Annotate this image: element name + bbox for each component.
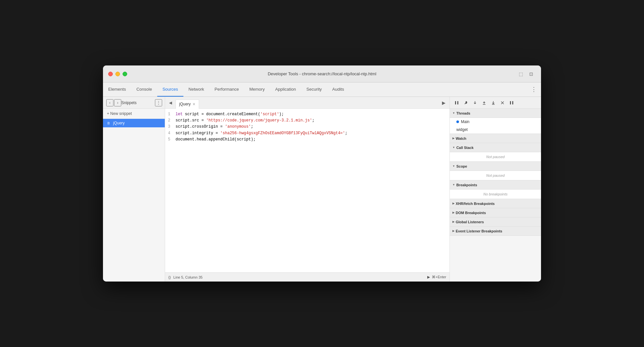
threads-title: Threads (456, 111, 470, 115)
minimize-button[interactable] (115, 72, 120, 76)
devtools-window: ⬚ ⊡ Developer Tools - chrome-search://lo… (103, 65, 541, 282)
xhr-triangle: ▶ (452, 202, 454, 205)
step-over-button[interactable] (462, 99, 470, 107)
tab-memory[interactable]: Memory (244, 82, 270, 97)
undock-icon[interactable]: ⊡ (527, 70, 536, 78)
run-shortcut: ⌘+Enter (432, 275, 446, 279)
xhr-breakpoints-title: XHR/fetch Breakpoints (456, 202, 495, 206)
sidebar-more-button[interactable]: ⋮ (155, 99, 162, 106)
global-listeners-header[interactable]: ▶ Global Listeners (450, 217, 541, 227)
svg-rect-0 (455, 101, 456, 104)
thread-main-label: Main (461, 119, 469, 124)
line-content-5: document.head.appendChild(script); (176, 137, 449, 143)
pause-on-exception-button[interactable] (507, 99, 516, 107)
sidebar-back-button[interactable]: ‹ (106, 99, 113, 106)
step-out-button[interactable] (480, 99, 488, 107)
scope-title: Scope (456, 164, 467, 168)
event-listener-breakpoints-title: Event Listener Breakpoints (456, 229, 502, 233)
line-content-3: script.crossOrigin = 'anonymous'; (176, 124, 449, 130)
close-button[interactable] (108, 72, 113, 76)
sidebar-header: ‹ › Snippets ⋮ (103, 97, 165, 109)
debug-toolbar (450, 97, 541, 109)
breakpoints-status: No breakpoints (450, 190, 541, 199)
dom-breakpoints-header[interactable]: ▶ DOM Breakpoints (450, 208, 541, 217)
tab-bar: Elements Console Sources Network Perform… (103, 82, 541, 97)
line-content-4: script.integrity = 'sha256-hwg4gsxgFZhOs… (176, 130, 449, 137)
pause-button[interactable] (452, 99, 461, 107)
new-snippet-button[interactable]: + New snippet (103, 109, 165, 119)
main-content: ‹ › Snippets ⋮ + New snippet 🗎 jQuery ◀ … (103, 97, 541, 282)
breakpoints-title: Breakpoints (456, 183, 477, 187)
code-line-5: 5 document.head.appendChild(script); (165, 137, 449, 143)
format-button[interactable]: {} (168, 275, 171, 279)
line-number-2: 2 (165, 118, 176, 124)
line-number-4: 4 (165, 130, 176, 137)
step-into-button[interactable] (471, 99, 479, 107)
code-editor[interactable]: 1 let script = document.createElement('s… (165, 109, 449, 272)
scope-triangle: ▼ (452, 165, 455, 168)
line-content-1: let script = document.createElement('scr… (176, 111, 449, 118)
tab-elements[interactable]: Elements (103, 82, 131, 97)
code-line-2: 2 script.src = 'https://code.jquery.com/… (165, 118, 449, 124)
status-bar: {} Line 5, Column 35 ▶ ⌘+Enter (165, 272, 449, 282)
xhr-breakpoints-header[interactable]: ▶ XHR/fetch Breakpoints (450, 199, 541, 208)
step-button[interactable] (489, 99, 498, 107)
run-icon: ▶ (427, 275, 430, 279)
right-panel: ▼ Threads Main widget ▶ Watch ▼ Cal (449, 97, 541, 282)
breakpoints-content: No breakpoints (450, 190, 541, 199)
deactivate-button[interactable] (498, 99, 507, 107)
svg-rect-1 (457, 101, 458, 104)
more-tabs-button[interactable]: ⋮ (529, 85, 538, 94)
thread-widget[interactable]: widget (450, 126, 541, 134)
maximize-button[interactable] (123, 72, 127, 76)
code-tab-label: jQuery (179, 102, 191, 106)
call-stack-status: Not paused (450, 152, 541, 161)
watch-header[interactable]: ▶ Watch (450, 134, 541, 143)
thread-main[interactable]: Main (450, 118, 541, 126)
threads-triangle: ▼ (452, 112, 455, 115)
line-number-1: 1 (165, 111, 176, 118)
sidebar-title: Snippets (121, 100, 137, 105)
scope-header[interactable]: ▼ Scope (450, 162, 541, 171)
line-content-2: script.src = 'https://code.jquery.com/jq… (176, 118, 449, 124)
dom-breakpoints-title: DOM Breakpoints (456, 211, 486, 215)
tab-performance[interactable]: Performance (209, 82, 244, 97)
tab-console[interactable]: Console (131, 82, 157, 97)
tab-bar-right: ⋮ (529, 82, 541, 97)
window-title: Developer Tools - chrome-search://local-… (268, 71, 376, 76)
svg-rect-4 (512, 101, 513, 104)
code-line-4: 4 script.integrity = 'sha256-hwg4gsxgFZh… (165, 130, 449, 137)
tab-sources[interactable]: Sources (157, 82, 183, 97)
watch-title: Watch (456, 137, 466, 140)
sidebar: ‹ › Snippets ⋮ + New snippet 🗎 jQuery (103, 97, 165, 282)
code-tab-jquery[interactable]: jQuery × (176, 100, 199, 109)
breakpoints-header[interactable]: ▼ Breakpoints (450, 180, 541, 190)
code-tabs: ◀ jQuery × ▶ (165, 97, 449, 109)
call-stack-header[interactable]: ▼ Call Stack (450, 143, 541, 152)
dom-triangle: ▶ (452, 211, 454, 214)
threads-header[interactable]: ▼ Threads (450, 109, 541, 118)
scope-status: Not paused (450, 171, 541, 180)
code-nav-back[interactable]: ◀ (166, 99, 174, 107)
tab-security[interactable]: Security (301, 82, 327, 97)
dock-icon[interactable]: ⬚ (516, 70, 525, 78)
breakpoints-triangle: ▼ (452, 183, 455, 186)
file-icon: 🗎 (107, 121, 110, 125)
tab-audits[interactable]: Audits (327, 82, 349, 97)
line-number-3: 3 (165, 124, 176, 130)
code-line-3: 3 script.crossOrigin = 'anonymous'; (165, 124, 449, 130)
sidebar-item-jquery[interactable]: 🗎 jQuery (103, 119, 165, 127)
line-number-5: 5 (165, 137, 176, 143)
event-listener-breakpoints-header[interactable]: ▶ Event Listener Breakpoints (450, 227, 541, 236)
tab-network[interactable]: Network (183, 82, 210, 97)
sidebar-forward-button[interactable]: › (114, 99, 121, 106)
title-bar-icons: ⬚ ⊡ (516, 70, 536, 78)
sidebar-item-label: jQuery (113, 121, 125, 125)
code-run-button[interactable]: ▶ (439, 98, 448, 107)
call-stack-content: Not paused (450, 152, 541, 162)
event-listener-triangle: ▶ (452, 229, 454, 232)
tab-application[interactable]: Application (270, 82, 301, 97)
thread-active-dot (456, 120, 459, 123)
code-tab-close[interactable]: × (193, 102, 195, 106)
new-snippet-label: + New snippet (107, 111, 132, 116)
